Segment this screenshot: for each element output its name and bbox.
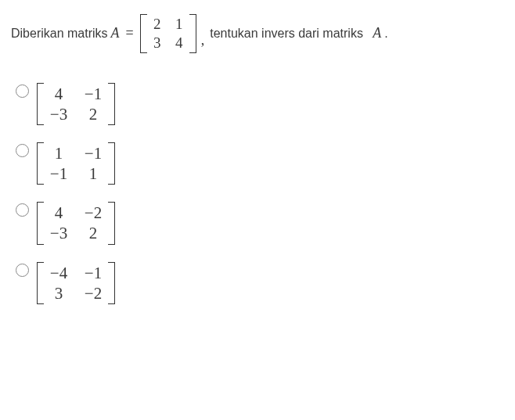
matrix-variable: A [111,25,120,41]
cell: −1 [83,264,103,282]
matrix-a12: 1 [174,16,185,33]
matrix-a21: 3 [152,34,163,52]
cell: 3 [49,284,69,303]
cell: −1 [83,144,103,163]
comma: , [200,32,207,53]
cell: −1 [49,164,69,183]
question-text: Diberikan matriks A = 2 1 3 4 , tentukan… [11,14,504,53]
option-2-matrix: 1 −1 −1 1 [37,142,115,185]
cell: −3 [49,105,69,124]
cell: 1 [49,144,69,163]
cell: 2 [83,105,103,124]
radio-icon[interactable] [16,203,29,217]
option-4-matrix: −4 −1 3 −2 [37,262,115,304]
cell: −1 [83,84,103,103]
cell: −4 [49,264,69,282]
equals-sign: = [123,25,137,41]
question-lead: Diberikan matriks [11,27,108,41]
cell: −3 [49,224,69,242]
option-3-matrix: 4 −2 −3 2 [37,202,115,244]
option-4[interactable]: −4 −1 3 −2 [16,262,504,304]
cell: 4 [49,203,69,222]
cell: 1 [83,164,103,183]
tail-variable: A [373,25,381,41]
cell: −2 [83,203,103,222]
option-1[interactable]: 4 −1 −3 2 [16,83,504,125]
matrix-A: 2 1 3 4 [140,14,196,53]
matrix-a11: 2 [152,16,163,33]
radio-icon[interactable] [16,84,29,98]
cell: 4 [49,84,69,103]
option-2[interactable]: 1 −1 −1 1 [16,142,504,185]
option-3[interactable]: 4 −2 −3 2 [16,202,504,244]
matrix-a22: 4 [174,34,185,52]
question-tail: tentukan invers dari matriks [210,27,363,41]
period: . [384,27,387,41]
cell: −2 [83,284,103,303]
cell: 2 [83,224,103,242]
options-list: 4 −1 −3 2 1 −1 −1 1 4 −2 [11,83,504,304]
option-1-matrix: 4 −1 −3 2 [37,83,115,125]
radio-icon[interactable] [16,264,29,277]
radio-icon[interactable] [16,144,29,157]
